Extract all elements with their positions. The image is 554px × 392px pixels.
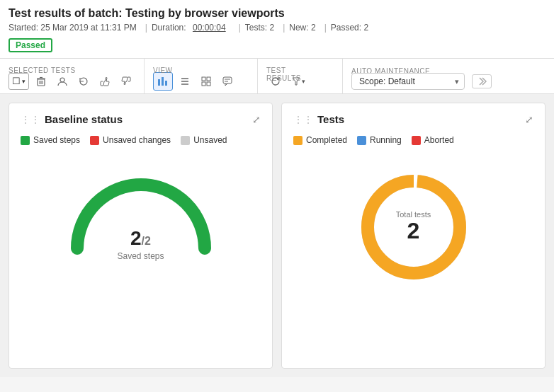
gauge-subtext: Saved steps <box>117 251 164 261</box>
grid-view-button[interactable] <box>197 72 215 91</box>
started-text: Started: 25 Mar 2019 at 11:31 PM <box>9 23 137 33</box>
legend-saved-steps: Saved steps <box>21 135 80 145</box>
tests-legend: Completed Running Aborted <box>293 135 533 145</box>
reset-button[interactable] <box>74 72 93 91</box>
bar-chart-view-button[interactable] <box>153 72 173 91</box>
baseline-panel: ⋮⋮ Baseline status ⤢ Saved steps Unsaved… <box>9 103 273 369</box>
svg-rect-17 <box>223 77 232 83</box>
drag-handle-tests: ⋮⋮ <box>293 114 313 125</box>
tests-panel-title: Tests <box>317 113 344 125</box>
select-all-checkbox[interactable]: ☐ ▾ <box>9 73 29 90</box>
legend-aborted: Aborted <box>412 135 454 145</box>
scope-select[interactable]: Scope: DefaultScope: Custom <box>351 73 465 90</box>
selected-tests-label: SELECTED TESTS <box>9 67 76 74</box>
legend-unsaved-changes: Unsaved changes <box>90 135 171 145</box>
donut-inner: Total tests 2 <box>396 210 431 243</box>
tests-chart-area: Total tests 2 <box>293 156 533 305</box>
legend-unsaved-dot <box>181 136 190 145</box>
legend-completed-label: Completed <box>306 135 347 145</box>
baseline-panel-title: Baseline status <box>45 113 123 125</box>
main-content: ⋮⋮ Baseline status ⤢ Saved steps Unsaved… <box>0 94 554 377</box>
header: Test results of batch: Testing by browse… <box>0 0 554 59</box>
duration-text: Duration: 00:00:04 <box>152 23 230 33</box>
forward-button[interactable] <box>472 74 492 88</box>
drag-handle-baseline: ⋮⋮ <box>21 114 40 125</box>
legend-running-dot <box>357 136 366 145</box>
selected-tests-section: SELECTED TESTS ☐ ▾ <box>0 59 145 93</box>
legend-saved-steps-label: Saved steps <box>33 135 80 145</box>
baseline-legend: Saved steps Unsaved changes Unsaved <box>21 135 261 145</box>
svg-rect-14 <box>207 77 210 81</box>
baseline-expand-button[interactable]: ⤢ <box>252 114 261 125</box>
legend-running: Running <box>357 135 402 145</box>
legend-aborted-label: Aborted <box>424 135 454 145</box>
user-button[interactable] <box>53 72 72 91</box>
tests-count: Tests: 2 <box>245 23 274 33</box>
legend-unsaved-changes-dot <box>90 136 99 145</box>
scope-select-wrapper: Scope: DefaultScope: Custom <box>351 73 465 90</box>
svg-rect-16 <box>207 82 210 86</box>
test-results-label: TEST RESULTS <box>266 67 310 82</box>
auto-maintenance-section: AUTO MAINTENANCE Scope: DefaultScope: Cu… <box>343 59 554 93</box>
gauge-total: 2 <box>145 235 151 247</box>
view-label: VIEW <box>153 67 173 74</box>
passed-count: Passed: 2 <box>331 23 368 33</box>
list-view-button[interactable] <box>176 72 194 91</box>
thumbdown-button[interactable] <box>117 72 135 91</box>
thumbup-button[interactable] <box>96 72 114 91</box>
baseline-chart-area: 2/2 Saved steps <box>21 156 261 275</box>
legend-completed: Completed <box>293 135 347 145</box>
legend-saved-steps-dot <box>21 136 30 145</box>
donut-total-value: 2 <box>396 219 431 243</box>
svg-point-6 <box>60 78 64 82</box>
legend-unsaved: Unsaved <box>181 135 227 145</box>
delete-button[interactable] <box>32 72 50 91</box>
tests-panel: ⋮⋮ Tests ⤢ Completed Running Aborted <box>281 103 545 369</box>
tests-panel-header: ⋮⋮ Tests ⤢ <box>293 113 533 125</box>
meta-row: Started: 25 Mar 2019 at 11:31 PM | Durat… <box>9 23 545 33</box>
baseline-panel-header: ⋮⋮ Baseline status ⤢ <box>21 113 261 125</box>
legend-running-label: Running <box>370 135 402 145</box>
svg-rect-13 <box>202 77 205 81</box>
duration-value: 00:00:04 <box>193 23 226 33</box>
legend-aborted-dot <box>412 136 421 145</box>
status-badge: Passed <box>9 38 52 52</box>
page-title: Test results of batch: Testing by browse… <box>9 7 545 20</box>
new-count: New: 2 <box>289 23 315 33</box>
comment-view-button[interactable] <box>218 72 237 91</box>
legend-unsaved-label: Unsaved <box>193 135 227 145</box>
gauge-value: 2 <box>130 227 142 249</box>
legend-completed-dot <box>293 136 303 145</box>
view-section: VIEW <box>145 59 258 93</box>
page-wrapper: Test results of batch: Testing by browse… <box>0 0 554 377</box>
toolbar: SELECTED TESTS ☐ ▾ <box>0 59 554 94</box>
legend-unsaved-changes-label: Unsaved changes <box>103 135 171 145</box>
tests-expand-button[interactable]: ⤢ <box>525 114 533 125</box>
test-results-section: TEST RESULTS ▾ <box>258 59 343 93</box>
svg-rect-15 <box>202 82 205 86</box>
donut-container: Total tests 2 <box>350 163 477 291</box>
svg-rect-8 <box>162 77 164 86</box>
svg-rect-9 <box>165 81 167 86</box>
svg-rect-7 <box>158 79 160 86</box>
